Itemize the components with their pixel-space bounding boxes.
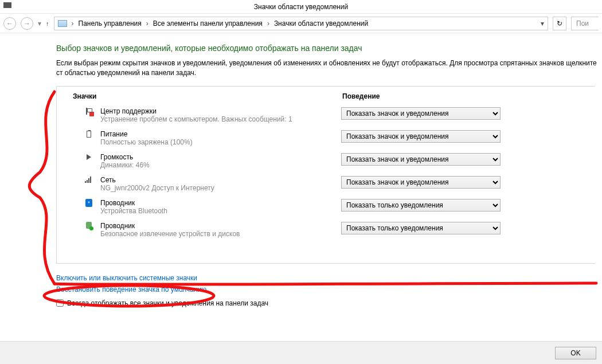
item-subtitle: Устройства Bluetooth xyxy=(100,207,341,215)
control-panel-icon xyxy=(58,20,67,27)
link-restore-defaults[interactable]: Восстановить поведение значка по умолчан… xyxy=(56,285,602,293)
refresh-button[interactable]: ↻ xyxy=(553,17,566,30)
list-item: Питание Полностью заряжена (100%) Показа… xyxy=(57,127,595,150)
list-item: Проводник Безопасное извлечение устройст… xyxy=(57,218,595,241)
item-subtitle: Устранение проблем с компьютером. Важных… xyxy=(100,115,341,123)
list-item: * Проводник Устройства Bluetooth Показат… xyxy=(57,195,595,218)
back-button[interactable]: ← xyxy=(3,17,16,30)
chevron-right-icon: › xyxy=(146,19,148,28)
item-title: Центр поддержки xyxy=(100,107,341,115)
search-input[interactable]: Пои xyxy=(571,17,599,30)
titlebar: Значки области уведомлений xyxy=(0,0,602,14)
item-title: Питание xyxy=(100,130,341,138)
item-title: Сеть xyxy=(100,176,341,184)
chevron-right-icon: › xyxy=(72,19,74,28)
breadcrumb[interactable]: › Панель управления › Все элементы панел… xyxy=(54,17,549,30)
list-item: Сеть NG_jwnr2000v2 Доступ к Интернету По… xyxy=(57,173,595,195)
link-system-icons[interactable]: Включить или выключить системные значки xyxy=(56,274,602,282)
volume-icon xyxy=(83,153,95,159)
checkbox-label: Всегда отображать все значки и уведомлен… xyxy=(67,299,268,307)
nav-dropdown-icon[interactable]: ▾ xyxy=(38,19,41,28)
forward-button[interactable]: → xyxy=(21,17,33,30)
footer: OK xyxy=(0,341,602,364)
page-description: Если выбран режим скрытия значков и увед… xyxy=(56,58,602,78)
breadcrumb-item[interactable]: Панель управления xyxy=(79,19,142,28)
icons-panel: Значки Поведение Центр поддержки Устране… xyxy=(56,86,595,264)
behavior-select[interactable]: Показать значок и уведомления xyxy=(341,107,501,120)
ok-button[interactable]: OK xyxy=(555,347,596,359)
behavior-select[interactable]: Показать значок и уведомления xyxy=(341,176,501,189)
safely-remove-icon xyxy=(83,222,95,229)
links-area: Включить или выключить системные значки … xyxy=(56,274,602,307)
chevron-right-icon: › xyxy=(267,19,269,28)
network-icon xyxy=(83,176,95,183)
bluetooth-icon: * xyxy=(83,199,95,207)
window-title: Значки области уведомлений xyxy=(254,3,348,11)
list-item: Центр поддержки Устранение проблем с ком… xyxy=(57,104,595,127)
action-center-icon xyxy=(83,107,95,115)
breadcrumb-item[interactable]: Все элементы панели управления xyxy=(153,19,263,28)
breadcrumb-item[interactable]: Значки области уведомлений xyxy=(274,19,368,28)
behavior-select[interactable]: Показать значок и уведомления xyxy=(341,130,501,143)
content-area: Выбор значков и уведомлений, которые нео… xyxy=(0,33,602,341)
item-subtitle: Полностью заряжена (100%) xyxy=(100,138,341,146)
behavior-select[interactable]: Показать только уведомления xyxy=(341,222,501,234)
battery-icon xyxy=(83,130,95,138)
item-subtitle: Безопасное извлечение устройств и дисков xyxy=(100,230,341,238)
window-icon xyxy=(3,2,11,8)
item-subtitle: NG_jwnr2000v2 Доступ к Интернету xyxy=(100,184,341,192)
up-button[interactable]: ↑ xyxy=(46,20,49,27)
item-title: Проводник xyxy=(100,222,341,230)
item-title: Громкость xyxy=(100,153,341,161)
item-title: Проводник xyxy=(100,199,341,207)
behavior-select[interactable]: Показать значок и уведомления xyxy=(341,153,501,166)
item-subtitle: Динамики: 46% xyxy=(100,161,341,169)
nav-bar: ← → ▾ ↑ › Панель управления › Все элемен… xyxy=(0,14,602,33)
list-item: Громкость Динамики: 46% Показать значок … xyxy=(57,150,595,173)
chevron-down-icon[interactable]: ▾ xyxy=(541,19,544,28)
search-placeholder: Пои xyxy=(576,19,589,28)
column-header-icons: Значки xyxy=(73,92,342,100)
behavior-select[interactable]: Показать только уведомления xyxy=(341,199,501,212)
page-heading: Выбор значков и уведомлений, которые нео… xyxy=(56,44,602,53)
always-show-checkbox[interactable] xyxy=(56,299,64,307)
panel-header: Значки Поведение xyxy=(57,87,595,104)
column-header-behavior: Поведение xyxy=(342,92,585,100)
